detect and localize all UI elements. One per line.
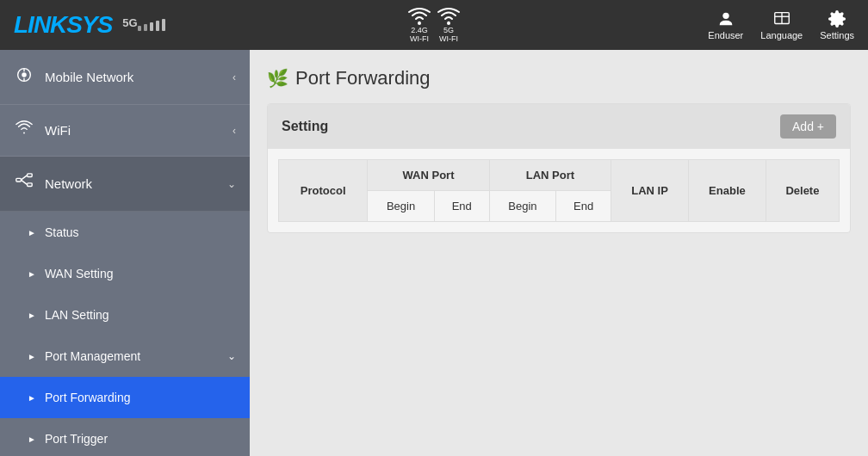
th-protocol: Protocol [279, 160, 368, 222]
lan-setting-label: LAN Setting [45, 308, 109, 322]
port-mgmt-expand-icon: ⌄ [227, 350, 236, 362]
wan-chevron-icon: ► [28, 269, 36, 279]
th-delete: Delete [766, 160, 839, 222]
sidebar: Mobile Network ‹ WiFi ‹ [0, 50, 250, 456]
th-wan-port: WAN Port [368, 160, 489, 191]
signal-dot-3 [150, 22, 153, 31]
enduser-button[interactable]: Enduser [708, 9, 743, 40]
port-fwd-chevron-icon: ► [28, 393, 36, 403]
header-right: Enduser Language Settings [708, 9, 854, 40]
logo: LINKSYS 5G [14, 11, 138, 39]
signal-dot-1 [138, 26, 141, 31]
wifi-5g-icon [437, 7, 461, 26]
settings-icon [828, 9, 846, 28]
port-forwarding-card: Setting Add + Protocol WAN Port LAN Port… [267, 103, 851, 233]
mobile-network-chevron: ‹ [232, 71, 236, 83]
svg-line-14 [21, 180, 27, 185]
wan-setting-label: WAN Setting [45, 267, 114, 280]
svg-point-2 [722, 13, 728, 19]
port-mgmt-chevron-icon: ► [28, 352, 36, 361]
content-area: 🌿 Port Forwarding Setting Add + Protocol… [250, 50, 868, 456]
network-chevron: ⌄ [227, 178, 236, 190]
status-chevron-icon: ► [28, 228, 36, 237]
signal-dot-2 [144, 24, 147, 31]
page-title: 🌿 Port Forwarding [267, 67, 851, 89]
sidebar-item-port-forwarding[interactable]: ► Port Forwarding [0, 377, 250, 418]
wifi-sidebar-icon [14, 120, 34, 140]
svg-point-1 [447, 22, 450, 25]
svg-point-0 [418, 22, 421, 25]
settings-button[interactable]: Settings [820, 9, 854, 40]
sidebar-item-port-management[interactable]: ► Port Management ⌄ [0, 336, 250, 377]
port-forwarding-label: Port Forwarding [45, 391, 131, 404]
svg-rect-12 [28, 183, 32, 187]
port-forwarding-page-icon: 🌿 [267, 68, 288, 89]
wifi-label-sidebar: WiFi [45, 123, 71, 138]
wifi-5g-icon-group: 5GWI-FI [437, 7, 461, 44]
svg-line-13 [21, 176, 27, 181]
mobile-network-label: Mobile Network [45, 70, 133, 84]
svg-point-7 [22, 72, 27, 77]
th-lan-end: End [556, 191, 611, 222]
sidebar-item-wan-setting[interactable]: ► WAN Setting [0, 253, 250, 294]
wifi-24-label: 2.4GWI-FI [410, 27, 429, 44]
main-layout: Mobile Network ‹ WiFi ‹ [0, 50, 868, 456]
card-header: Setting Add + [268, 104, 850, 149]
sidebar-item-port-trigger[interactable]: ► Port Trigger [0, 418, 250, 456]
signal-dots [138, 19, 165, 31]
lan-chevron-icon: ► [28, 311, 36, 320]
network-icon [14, 172, 34, 195]
sidebar-item-status[interactable]: ► Status [0, 212, 250, 253]
svg-rect-10 [16, 178, 22, 182]
sidebar-item-network[interactable]: Network ⌄ [0, 157, 250, 212]
header: LINKSYS 5G 2.4GWI-FI [0, 0, 868, 50]
th-lan-begin: Begin [489, 191, 555, 222]
language-icon [772, 9, 791, 28]
status-label: Status [45, 225, 79, 239]
wifi-icons: 2.4GWI-FI 5GWI-FI [407, 7, 461, 44]
language-button[interactable]: Language [760, 9, 803, 40]
th-wan-end: End [434, 191, 489, 222]
wifi-chevron: ‹ [232, 125, 236, 137]
sidebar-item-wifi[interactable]: WiFi ‹ [0, 105, 250, 157]
signal-dot-4 [156, 21, 159, 31]
logo-5g-tag: 5G [122, 16, 137, 29]
wifi-5g-label: 5GWI-FI [439, 27, 458, 44]
wifi-24-icon [407, 7, 431, 26]
page-title-text: Port Forwarding [295, 67, 431, 89]
card-title: Setting [282, 119, 328, 134]
network-label: Network [45, 176, 92, 191]
port-trigger-chevron-icon: ► [28, 434, 36, 444]
logo-text: LINKSYS [14, 11, 112, 39]
table-wrap: Protocol WAN Port LAN Port LAN IP Enable… [268, 149, 850, 232]
add-button[interactable]: Add + [780, 114, 836, 139]
port-management-label: Port Management [45, 349, 140, 363]
th-lan-port: LAN Port [489, 160, 611, 191]
port-trigger-label: Port Trigger [45, 432, 108, 446]
th-lan-ip: LAN IP [611, 160, 689, 222]
port-forwarding-table: Protocol WAN Port LAN Port LAN IP Enable… [278, 159, 840, 222]
th-wan-begin: Begin [368, 191, 434, 222]
user-icon [716, 9, 735, 28]
wifi-24-icon-group: 2.4GWI-FI [407, 7, 431, 44]
svg-rect-11 [28, 174, 32, 177]
sidebar-item-mobile-network[interactable]: Mobile Network ‹ [0, 50, 250, 105]
signal-dot-5 [162, 19, 165, 31]
th-enable: Enable [688, 160, 766, 222]
mobile-network-icon [14, 65, 34, 89]
sidebar-item-lan-setting[interactable]: ► LAN Setting [0, 294, 250, 336]
